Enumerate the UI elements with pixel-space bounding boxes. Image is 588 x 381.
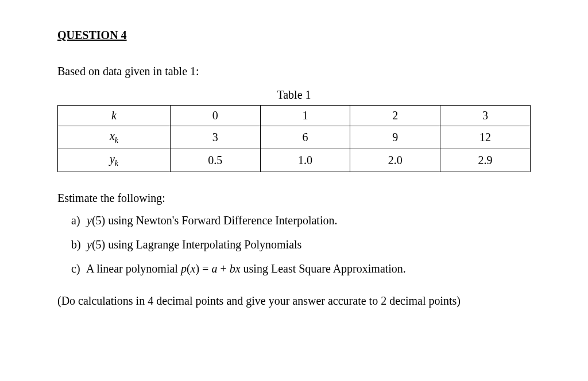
row-label-k: k <box>58 106 171 126</box>
item-text: y(5) using Lagrange Interpolating Polyno… <box>87 238 301 251</box>
cell: 2.0 <box>350 149 440 172</box>
cell: 2 <box>350 106 440 126</box>
row-label-xk: xk <box>58 126 171 149</box>
data-table: k 0 1 2 3 xk 3 6 9 12 yk 0.5 1.0 2.0 2.9 <box>57 105 531 172</box>
list-item-a: a) y(5) using Newton's Forward Differenc… <box>71 212 531 229</box>
cell: 2.9 <box>440 149 531 172</box>
list-item-b: b) y(5) using Lagrange Interpolating Pol… <box>71 236 531 253</box>
table-row: yk 0.5 1.0 2.0 2.9 <box>58 149 531 172</box>
table-row: xk 3 6 9 12 <box>58 126 531 149</box>
question-title: QUESTION 4 <box>57 29 531 42</box>
item-label: c) <box>71 260 84 277</box>
item-label: a) <box>71 212 84 229</box>
cell: 3 <box>440 106 531 126</box>
instruction-note: (Do calculations in 4 decimal points and… <box>57 294 531 308</box>
estimate-heading: Estimate the following: <box>57 192 531 205</box>
list-item-c: c) A linear polynomial p(x) = a + bx usi… <box>71 260 531 277</box>
cell: 6 <box>260 126 350 149</box>
item-text: A linear polynomial p(x) = a + bx using … <box>86 262 406 275</box>
row-label-yk: yk <box>58 149 171 172</box>
item-text: y(5) using Newton's Forward Difference I… <box>87 214 337 227</box>
cell: 12 <box>440 126 531 149</box>
cell: 1.0 <box>260 149 350 172</box>
table-caption: Table 1 <box>57 88 531 102</box>
intro-text: Based on data given in table 1: <box>57 65 531 78</box>
item-label: b) <box>71 236 84 253</box>
table-row: k 0 1 2 3 <box>58 106 531 126</box>
cell: 9 <box>350 126 440 149</box>
cell: 0.5 <box>170 149 260 172</box>
question-list: a) y(5) using Newton's Forward Differenc… <box>57 212 531 277</box>
cell: 3 <box>170 126 260 149</box>
cell: 1 <box>260 106 350 126</box>
cell: 0 <box>170 106 260 126</box>
